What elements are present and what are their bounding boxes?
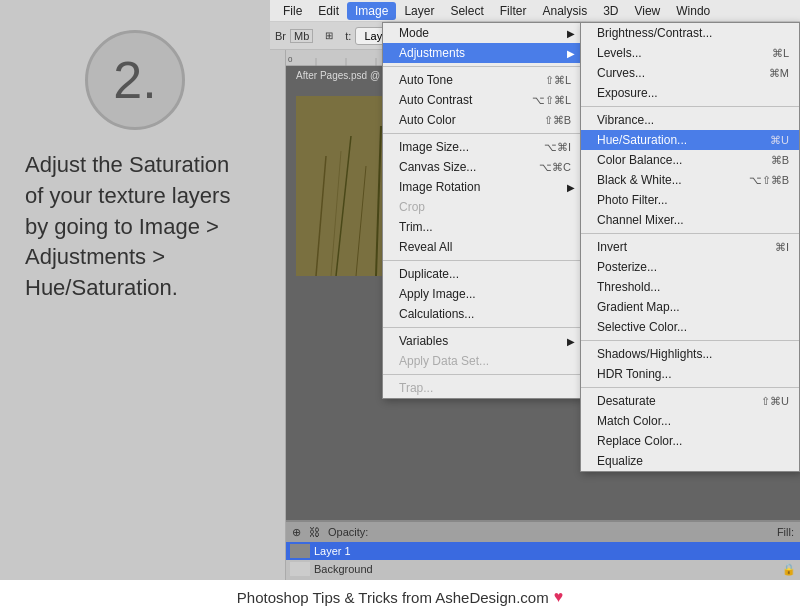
adj-sep-1	[581, 106, 799, 107]
adj-sep-4	[581, 387, 799, 388]
instruction-text: Adjust the Saturation of your texture la…	[0, 150, 270, 304]
instruction-panel: 2. Adjust the Saturation of your texture…	[0, 0, 270, 580]
adj-vibrance[interactable]: Vibrance...	[581, 110, 799, 130]
background-layer-name: Background	[314, 563, 373, 575]
menu-windo[interactable]: Windo	[668, 2, 718, 20]
menu-3d[interactable]: 3D	[595, 2, 626, 20]
adj-curves[interactable]: Curves... ⌘M	[581, 63, 799, 83]
sep-1	[383, 66, 581, 67]
adj-black-white[interactable]: Black & White... ⌥⇧⌘B	[581, 170, 799, 190]
menu-item-canvas-size[interactable]: Canvas Size... ⌥⌘C	[383, 157, 581, 177]
menu-analysis[interactable]: Analysis	[534, 2, 595, 20]
adj-desaturate[interactable]: Desaturate ⇧⌘U	[581, 391, 799, 411]
adj-threshold[interactable]: Threshold...	[581, 277, 799, 297]
mode-arrow: ▶	[567, 28, 575, 39]
layer-1-thumb	[290, 544, 310, 558]
layers-panel: ⊕ ⛓ Opacity: Fill: Layer 1 Background 🔒	[286, 520, 800, 580]
adj-invert[interactable]: Invert ⌘I	[581, 237, 799, 257]
menu-item-image-size[interactable]: Image Size... ⌥⌘I	[383, 137, 581, 157]
menu-item-trap: Trap...	[383, 378, 581, 398]
adj-sep-3	[581, 340, 799, 341]
menu-item-mode[interactable]: Mode ▶	[383, 23, 581, 43]
canvas-title: After Pages.psd @ ...	[296, 70, 391, 81]
background-layer-thumb	[290, 562, 310, 576]
sep-4	[383, 327, 581, 328]
layers-header: ⊕ ⛓ Opacity: Fill:	[286, 522, 800, 542]
menu-item-apply-image[interactable]: Apply Image...	[383, 284, 581, 304]
sep-3	[383, 260, 581, 261]
adj-channel-mixer[interactable]: Channel Mixer...	[581, 210, 799, 230]
bottom-text: Photoshop Tips & Tricks from AsheDesign.…	[237, 589, 549, 606]
ruler-vertical	[270, 50, 286, 580]
layers-fill-label: Fill:	[777, 526, 794, 538]
menu-item-image-rotation[interactable]: Image Rotation ▶	[383, 177, 581, 197]
menu-item-variables[interactable]: Variables ▶	[383, 331, 581, 351]
bottom-bar: Photoshop Tips & Tricks from AsheDesign.…	[0, 580, 800, 614]
background-layer-row[interactable]: Background 🔒	[286, 560, 800, 578]
menu-item-duplicate[interactable]: Duplicate...	[383, 264, 581, 284]
menu-select[interactable]: Select	[442, 2, 491, 20]
adjustments-arrow: ▶	[567, 48, 575, 59]
toolbar-mb-label: Mb	[290, 29, 313, 43]
menu-file[interactable]: File	[275, 2, 310, 20]
toolbar-br-label: Br	[275, 30, 286, 42]
menu-item-auto-contrast[interactable]: Auto Contrast ⌥⇧⌘L	[383, 90, 581, 110]
image-dropdown-menu: Mode ▶ Adjustments ▶ Auto Tone ⇧⌘L Auto …	[382, 22, 582, 399]
sep-5	[383, 374, 581, 375]
adj-brightness-contrast[interactable]: Brightness/Contrast...	[581, 23, 799, 43]
adj-gradient-map[interactable]: Gradient Map...	[581, 297, 799, 317]
menu-layer[interactable]: Layer	[396, 2, 442, 20]
background-lock-icon: 🔒	[782, 563, 796, 576]
layer-1-row[interactable]: Layer 1	[286, 542, 800, 560]
adj-replace-color[interactable]: Replace Color...	[581, 431, 799, 451]
toolbar-t-label: t:	[345, 30, 351, 42]
menu-item-trim[interactable]: Trim...	[383, 217, 581, 237]
menu-item-reveal-all[interactable]: Reveal All	[383, 237, 581, 257]
layers-link-icon[interactable]: ⛓	[309, 526, 320, 538]
adj-photo-filter[interactable]: Photo Filter...	[581, 190, 799, 210]
menu-edit[interactable]: Edit	[310, 2, 347, 20]
layers-add-icon[interactable]: ⊕	[292, 526, 301, 539]
step-number: 2.	[85, 30, 185, 130]
menu-item-apply-data-set: Apply Data Set...	[383, 351, 581, 371]
adj-shadows-highlights[interactable]: Shadows/Highlights...	[581, 344, 799, 364]
menu-item-auto-tone[interactable]: Auto Tone ⇧⌘L	[383, 70, 581, 90]
adj-selective-color[interactable]: Selective Color...	[581, 317, 799, 337]
menu-item-crop: Crop	[383, 197, 581, 217]
menu-image[interactable]: Image	[347, 2, 396, 20]
adj-levels[interactable]: Levels... ⌘L	[581, 43, 799, 63]
menu-item-auto-color[interactable]: Auto Color ⇧⌘B	[383, 110, 581, 130]
adjustments-submenu: Brightness/Contrast... Levels... ⌘L Curv…	[580, 22, 800, 472]
heart-icon: ♥	[554, 588, 564, 606]
adj-hdr-toning[interactable]: HDR Toning...	[581, 364, 799, 384]
adj-hue-saturation[interactable]: Hue/Saturation... ⌘U	[581, 130, 799, 150]
adj-equalize[interactable]: Equalize	[581, 451, 799, 471]
svg-text:0: 0	[288, 55, 293, 64]
adj-sep-2	[581, 233, 799, 234]
adj-posterize[interactable]: Posterize...	[581, 257, 799, 277]
menu-item-adjustments[interactable]: Adjustments ▶	[383, 43, 581, 63]
adj-match-color[interactable]: Match Color...	[581, 411, 799, 431]
menu-filter[interactable]: Filter	[492, 2, 535, 20]
ps-menu-bar: File Edit Image Layer Select Filter Anal…	[270, 0, 800, 22]
adj-exposure[interactable]: Exposure...	[581, 83, 799, 103]
layer-1-name: Layer 1	[314, 545, 351, 557]
sep-2	[383, 133, 581, 134]
toolbar-spacer: ⊞	[325, 30, 333, 41]
layers-opacity-label: Opacity:	[328, 526, 368, 538]
photoshop-screenshot: File Edit Image Layer Select Filter Anal…	[270, 0, 800, 580]
rotation-arrow: ▶	[567, 182, 575, 193]
menu-item-calculations[interactable]: Calculations...	[383, 304, 581, 324]
menu-view[interactable]: View	[626, 2, 668, 20]
variables-arrow: ▶	[567, 336, 575, 347]
adj-color-balance[interactable]: Color Balance... ⌘B	[581, 150, 799, 170]
